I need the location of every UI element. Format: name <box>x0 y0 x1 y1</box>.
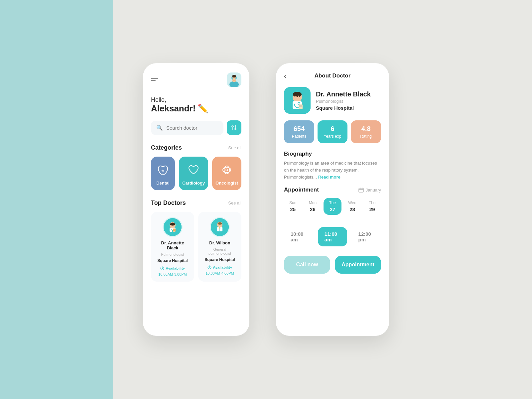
svg-line-26 <box>162 268 163 269</box>
cal-day-3[interactable]: Wed 28 <box>343 198 361 215</box>
divider <box>284 221 381 221</box>
availability-label-0: Availability <box>166 266 185 270</box>
cal-day-1[interactable]: Mon 26 <box>304 198 322 215</box>
time-slot-0[interactable]: 10:00 am <box>284 227 313 246</box>
top-doctors-header: Top Doctors See all <box>151 200 241 206</box>
greeting-section: Hello, Aleksandr! ✏️ <box>151 96 241 114</box>
greeting-hello: Hello, <box>151 96 241 103</box>
cal-day-4[interactable]: Thu 29 <box>363 198 381 215</box>
stat-rating-label: Rating <box>360 134 372 139</box>
greeting-name: Aleksandr! ✏️ <box>151 103 241 114</box>
cal-day-0[interactable]: Sun 25 <box>284 198 302 215</box>
top-doctors-title: Top Doctors <box>151 200 186 206</box>
stat-exp-number: 6 <box>331 125 334 133</box>
availability-label-1: Availability <box>213 265 232 269</box>
clock-icon-0 <box>160 266 164 270</box>
phone-home-header <box>151 72 241 87</box>
month-label-text: January <box>366 188 381 193</box>
categories-header: Categories See all <box>151 144 241 151</box>
doctor-card-0[interactable]: Dr. Annette Black Pulmonologist Square H… <box>151 212 194 282</box>
about-doctor-title: About Doctor <box>315 72 351 79</box>
svg-rect-6 <box>232 76 236 77</box>
phone-about-doctor: ‹ About Doctor <box>276 63 389 336</box>
stat-patients-label: Patients <box>292 134 306 139</box>
availability-time-1: 10:00AM-4:00PM <box>205 271 234 275</box>
availability-time-0: 10:00AM-3:00PM <box>158 272 187 276</box>
cardiology-icon <box>186 163 201 177</box>
call-now-button[interactable]: Call now <box>284 256 330 274</box>
svg-line-36 <box>209 267 210 268</box>
doctor-profile-hospital: Square Hospital <box>316 105 371 111</box>
doctor-hospital-1: Square Hospital <box>204 257 235 262</box>
calendar-icon <box>358 187 364 193</box>
categories-see-all[interactable]: See all <box>228 145 241 150</box>
cal-day-num-2: 27 <box>330 206 335 212</box>
bio-title: Biography <box>284 151 381 157</box>
oncologist-label: Oncologist <box>215 181 238 186</box>
stat-experience: 6 Years exp <box>318 120 348 143</box>
svg-rect-23 <box>173 229 176 232</box>
month-selector[interactable]: January <box>358 187 381 193</box>
svg-point-7 <box>232 126 233 127</box>
svg-rect-47 <box>359 188 363 192</box>
svg-rect-20 <box>170 224 175 225</box>
doctor-profile-avatar <box>284 87 311 114</box>
svg-point-40 <box>293 92 302 97</box>
phone2-header: ‹ About Doctor <box>284 72 381 79</box>
cal-day-name-1: Mon <box>309 200 317 205</box>
doctor-avatar-1 <box>210 217 230 237</box>
time-slot-1[interactable]: 11:00 am <box>318 227 347 246</box>
cal-day-2[interactable]: Tue 27 <box>324 198 341 215</box>
calendar-row: Sun 25 Mon 26 Tue 27 Wed 28 Thu 29 <box>284 198 381 215</box>
background-left <box>0 0 113 399</box>
doctor-name-0: Dr. Annette Black <box>155 240 190 250</box>
category-cardiology[interactable]: Cardiology <box>179 157 208 190</box>
filter-button[interactable] <box>227 120 241 135</box>
oncologist-icon <box>219 163 234 177</box>
cal-day-name-3: Wed <box>348 200 356 205</box>
user-avatar[interactable] <box>227 72 241 87</box>
categories-row: Dental Cardiology Oncolo <box>151 157 241 190</box>
doctor-card-1[interactable]: Dr. Wilson General pulmonologist Square … <box>198 212 241 282</box>
time-slot-2[interactable]: 12:00 pm <box>352 227 381 246</box>
categories-title: Categories <box>151 144 182 151</box>
svg-point-8 <box>235 128 236 130</box>
doctor-profile-name: Dr. Annette Black <box>316 90 371 98</box>
doctor-profile-specialty: Pulmonologist <box>316 99 371 104</box>
category-dental[interactable]: Dental <box>151 157 175 190</box>
stat-exp-label: Years exp <box>324 134 341 139</box>
category-oncologist[interactable]: Oncologist <box>212 157 241 190</box>
action-buttons-row: Call now Appointment <box>284 256 381 274</box>
stat-patients-number: 654 <box>294 125 305 133</box>
cardiology-label: Cardiology <box>182 181 205 186</box>
svg-point-15 <box>226 169 228 171</box>
read-more-link[interactable]: Read more <box>318 175 340 180</box>
availability-0: Availability <box>160 266 185 270</box>
back-button[interactable]: ‹ <box>284 72 286 80</box>
appointment-button[interactable]: Appointment <box>335 256 381 274</box>
pencil-icon: ✏️ <box>198 103 208 114</box>
cal-day-num-1: 26 <box>310 206 316 212</box>
stat-rating-number: 4.8 <box>361 125 371 133</box>
time-slots-row: 10:00 am 11:00 am 12:00 pm <box>284 227 381 246</box>
doctor-specialty-1: General pulmonologist <box>202 247 237 255</box>
stat-rating: 4.8 Rating <box>351 120 381 143</box>
appointment-header: Appointment January <box>284 187 381 193</box>
app-container: Hello, Aleksandr! ✏️ 🔍 <box>143 63 389 336</box>
doctor-avatar-0 <box>163 217 183 237</box>
stats-row: 654 Patients 6 Years exp 4.8 Rating <box>284 120 381 143</box>
top-doctors-see-all[interactable]: See all <box>228 200 241 205</box>
stat-patients: 654 Patients <box>284 120 314 143</box>
search-box[interactable]: 🔍 <box>151 121 223 135</box>
search-row: 🔍 <box>151 120 241 135</box>
cal-day-num-4: 29 <box>369 206 375 212</box>
dental-icon <box>156 163 170 177</box>
hamburger-icon[interactable] <box>151 78 158 81</box>
doctor-profile-section: Dr. Annette Black Pulmonologist Square H… <box>284 87 381 114</box>
availability-1: Availability <box>207 265 232 269</box>
doctors-row: Dr. Annette Black Pulmonologist Square H… <box>151 212 241 282</box>
bio-text: Pulmonology is an area of medicine that … <box>284 160 381 181</box>
search-input[interactable] <box>166 125 218 131</box>
doctor-profile-info: Dr. Annette Black Pulmonologist Square H… <box>316 90 371 111</box>
clock-icon-1 <box>207 265 211 269</box>
